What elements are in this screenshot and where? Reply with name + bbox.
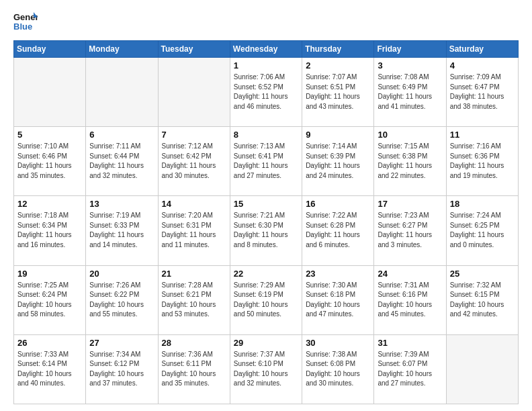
- day-info: Sunrise: 7:29 AM Sunset: 6:19 PM Dayligh…: [234, 281, 298, 320]
- calendar-cell: 30Sunrise: 7:38 AM Sunset: 6:08 PM Dayli…: [302, 334, 374, 404]
- day-info: Sunrise: 7:34 AM Sunset: 6:12 PM Dayligh…: [89, 350, 154, 389]
- calendar-cell: 8Sunrise: 7:13 AM Sunset: 6:41 PM Daylig…: [230, 127, 302, 196]
- calendar-cell: 5Sunrise: 7:10 AM Sunset: 6:46 PM Daylig…: [14, 127, 86, 196]
- day-number: 14: [162, 199, 226, 209]
- day-number: 30: [306, 338, 370, 348]
- calendar-cell: 29Sunrise: 7:37 AM Sunset: 6:10 PM Dayli…: [230, 334, 302, 404]
- day-info: Sunrise: 7:09 AM Sunset: 6:47 PM Dayligh…: [450, 73, 515, 111]
- day-info: Sunrise: 7:23 AM Sunset: 6:27 PM Dayligh…: [378, 211, 442, 250]
- calendar-cell: 17Sunrise: 7:23 AM Sunset: 6:27 PM Dayli…: [374, 196, 446, 265]
- day-info: Sunrise: 7:36 AM Sunset: 6:11 PM Dayligh…: [162, 350, 226, 389]
- calendar-day-header: Wednesday: [230, 41, 302, 58]
- day-number: 25: [450, 269, 515, 279]
- calendar-cell: [14, 58, 86, 127]
- calendar-cell: 12Sunrise: 7:18 AM Sunset: 6:34 PM Dayli…: [14, 196, 86, 265]
- calendar-cell: 16Sunrise: 7:22 AM Sunset: 6:28 PM Dayli…: [302, 196, 374, 265]
- calendar-cell: 10Sunrise: 7:15 AM Sunset: 6:38 PM Dayli…: [374, 127, 446, 196]
- day-number: 17: [378, 199, 442, 209]
- day-number: 22: [234, 269, 298, 279]
- calendar-day-header: Tuesday: [158, 41, 230, 58]
- header: General Blue: [13, 11, 519, 35]
- day-info: Sunrise: 7:26 AM Sunset: 6:22 PM Dayligh…: [89, 281, 154, 320]
- day-number: 19: [17, 269, 82, 279]
- calendar-cell: 28Sunrise: 7:36 AM Sunset: 6:11 PM Dayli…: [158, 334, 230, 404]
- calendar-cell: 20Sunrise: 7:26 AM Sunset: 6:22 PM Dayli…: [86, 265, 158, 334]
- calendar-cell: 19Sunrise: 7:25 AM Sunset: 6:24 PM Dayli…: [14, 265, 86, 334]
- day-info: Sunrise: 7:30 AM Sunset: 6:18 PM Dayligh…: [306, 281, 370, 320]
- day-info: Sunrise: 7:37 AM Sunset: 6:10 PM Dayligh…: [234, 350, 298, 389]
- calendar-cell: 24Sunrise: 7:31 AM Sunset: 6:16 PM Dayli…: [374, 265, 446, 334]
- day-number: 31: [378, 338, 442, 348]
- day-number: 20: [89, 269, 154, 279]
- day-number: 18: [450, 199, 515, 209]
- calendar-cell: [86, 58, 158, 127]
- calendar-header-row: SundayMondayTuesdayWednesdayThursdayFrid…: [14, 41, 519, 58]
- day-number: 9: [306, 130, 370, 140]
- calendar-cell: 21Sunrise: 7:28 AM Sunset: 6:21 PM Dayli…: [158, 265, 230, 334]
- calendar-cell: 14Sunrise: 7:20 AM Sunset: 6:31 PM Dayli…: [158, 196, 230, 265]
- calendar-cell: 22Sunrise: 7:29 AM Sunset: 6:19 PM Dayli…: [230, 265, 302, 334]
- calendar-cell: 4Sunrise: 7:09 AM Sunset: 6:47 PM Daylig…: [446, 58, 518, 127]
- day-number: 7: [162, 130, 226, 140]
- day-number: 10: [378, 130, 442, 140]
- day-number: 8: [234, 130, 298, 140]
- day-info: Sunrise: 7:06 AM Sunset: 6:52 PM Dayligh…: [234, 73, 298, 111]
- day-info: Sunrise: 7:07 AM Sunset: 6:51 PM Dayligh…: [306, 73, 370, 111]
- day-info: Sunrise: 7:25 AM Sunset: 6:24 PM Dayligh…: [17, 281, 82, 320]
- calendar-week-row: 19Sunrise: 7:25 AM Sunset: 6:24 PM Dayli…: [14, 265, 519, 334]
- day-info: Sunrise: 7:32 AM Sunset: 6:15 PM Dayligh…: [450, 281, 515, 320]
- day-number: 6: [89, 130, 154, 140]
- day-number: 4: [450, 60, 515, 71]
- day-info: Sunrise: 7:20 AM Sunset: 6:31 PM Dayligh…: [162, 211, 226, 250]
- day-info: Sunrise: 7:16 AM Sunset: 6:36 PM Dayligh…: [450, 142, 515, 181]
- day-info: Sunrise: 7:11 AM Sunset: 6:44 PM Dayligh…: [89, 142, 154, 181]
- calendar-cell: 31Sunrise: 7:39 AM Sunset: 6:07 PM Dayli…: [374, 334, 446, 404]
- day-info: Sunrise: 7:19 AM Sunset: 6:33 PM Dayligh…: [89, 211, 154, 250]
- calendar-cell: 23Sunrise: 7:30 AM Sunset: 6:18 PM Dayli…: [302, 265, 374, 334]
- day-info: Sunrise: 7:22 AM Sunset: 6:28 PM Dayligh…: [306, 211, 370, 250]
- day-number: 3: [378, 60, 442, 71]
- calendar-day-header: Saturday: [446, 41, 518, 58]
- day-info: Sunrise: 7:31 AM Sunset: 6:16 PM Dayligh…: [378, 281, 442, 320]
- day-info: Sunrise: 7:33 AM Sunset: 6:14 PM Dayligh…: [17, 350, 82, 389]
- day-info: Sunrise: 7:38 AM Sunset: 6:08 PM Dayligh…: [306, 350, 370, 389]
- calendar-week-row: 26Sunrise: 7:33 AM Sunset: 6:14 PM Dayli…: [14, 334, 519, 404]
- day-number: 11: [450, 130, 515, 140]
- calendar-day-header: Friday: [374, 41, 446, 58]
- day-info: Sunrise: 7:24 AM Sunset: 6:25 PM Dayligh…: [450, 211, 515, 250]
- day-number: 29: [234, 338, 298, 348]
- calendar-cell: 15Sunrise: 7:21 AM Sunset: 6:30 PM Dayli…: [230, 196, 302, 265]
- calendar-cell: 26Sunrise: 7:33 AM Sunset: 6:14 PM Dayli…: [14, 334, 86, 404]
- calendar-day-header: Monday: [86, 41, 158, 58]
- calendar-cell: 9Sunrise: 7:14 AM Sunset: 6:39 PM Daylig…: [302, 127, 374, 196]
- calendar-week-row: 1Sunrise: 7:06 AM Sunset: 6:52 PM Daylig…: [14, 58, 519, 127]
- day-number: 27: [89, 338, 154, 348]
- day-number: 1: [234, 60, 298, 71]
- day-number: 5: [17, 130, 82, 140]
- calendar-day-header: Thursday: [302, 41, 374, 58]
- svg-text:Blue: Blue: [13, 21, 32, 32]
- day-number: 28: [162, 338, 226, 348]
- calendar-cell: 3Sunrise: 7:08 AM Sunset: 6:49 PM Daylig…: [374, 58, 446, 127]
- calendar-cell: [158, 58, 230, 127]
- day-number: 24: [378, 269, 442, 279]
- day-number: 13: [89, 199, 154, 209]
- day-number: 15: [234, 199, 298, 209]
- calendar-cell: 13Sunrise: 7:19 AM Sunset: 6:33 PM Dayli…: [86, 196, 158, 265]
- calendar-day-header: Sunday: [14, 41, 86, 58]
- page: General Blue SundayMondayTuesdayWednesda…: [0, 0, 532, 411]
- calendar-cell: [446, 334, 518, 404]
- day-info: Sunrise: 7:12 AM Sunset: 6:42 PM Dayligh…: [162, 142, 226, 181]
- day-info: Sunrise: 7:39 AM Sunset: 6:07 PM Dayligh…: [378, 350, 442, 389]
- day-number: 12: [17, 199, 82, 209]
- day-info: Sunrise: 7:13 AM Sunset: 6:41 PM Dayligh…: [234, 142, 298, 181]
- calendar-table: SundayMondayTuesdayWednesdayThursdayFrid…: [13, 40, 519, 404]
- day-info: Sunrise: 7:14 AM Sunset: 6:39 PM Dayligh…: [306, 142, 370, 181]
- calendar-cell: 11Sunrise: 7:16 AM Sunset: 6:36 PM Dayli…: [446, 127, 518, 196]
- day-number: 2: [306, 60, 370, 71]
- day-number: 26: [17, 338, 82, 348]
- day-info: Sunrise: 7:21 AM Sunset: 6:30 PM Dayligh…: [234, 211, 298, 250]
- day-info: Sunrise: 7:18 AM Sunset: 6:34 PM Dayligh…: [17, 211, 82, 250]
- day-info: Sunrise: 7:15 AM Sunset: 6:38 PM Dayligh…: [378, 142, 442, 181]
- day-number: 23: [306, 269, 370, 279]
